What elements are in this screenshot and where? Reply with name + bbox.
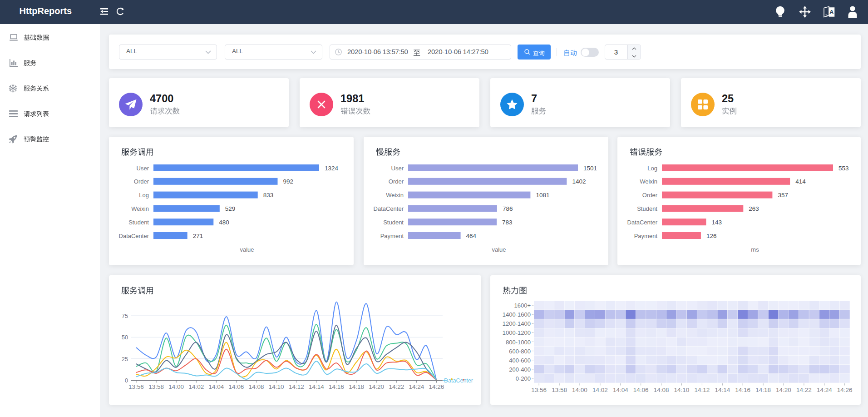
svg-text:Student: Student (637, 205, 657, 212)
svg-text:14:26: 14:26 (837, 387, 853, 393)
svg-text:14:02: 14:02 (188, 383, 204, 390)
svg-text:14:22: 14:22 (796, 387, 812, 393)
svg-text:14:14: 14:14 (715, 387, 730, 393)
svg-text:Order: Order (134, 178, 149, 185)
svg-text:50: 50 (122, 334, 128, 341)
svg-text:14:06: 14:06 (633, 387, 649, 393)
svg-text:14:16: 14:16 (329, 383, 344, 390)
svg-text:A: A (829, 9, 834, 15)
svg-text:Weixin: Weixin (131, 205, 149, 212)
svg-text:User: User (137, 165, 149, 172)
svg-text:833: 833 (263, 192, 274, 199)
svg-text:Payment: Payment (380, 233, 404, 239)
svg-text:480: 480 (219, 219, 229, 226)
svg-text:14:16: 14:16 (735, 387, 750, 393)
svg-text:14:22: 14:22 (389, 383, 404, 390)
svg-text:14:04: 14:04 (209, 383, 224, 390)
svg-text:14:10: 14:10 (674, 387, 690, 393)
svg-text:14:10: 14:10 (269, 383, 284, 390)
svg-text:Payment: Payment (634, 233, 658, 239)
svg-text:25: 25 (122, 356, 128, 362)
svg-text:14:14: 14:14 (309, 383, 324, 390)
svg-text:User: User (391, 165, 404, 172)
svg-text:271: 271 (193, 233, 203, 239)
svg-text:14:20: 14:20 (776, 387, 791, 393)
svg-text:357: 357 (778, 192, 788, 199)
svg-text:DataCenter: DataCenter (119, 233, 149, 239)
svg-text:Student: Student (383, 219, 404, 226)
svg-text:14:24: 14:24 (817, 387, 832, 393)
svg-text:14:00: 14:00 (168, 383, 184, 390)
svg-text:14:12: 14:12 (289, 383, 304, 390)
svg-text:200-400: 200-400 (509, 366, 531, 373)
svg-text:1081: 1081 (536, 192, 549, 199)
svg-text:1501: 1501 (583, 165, 597, 172)
svg-text:Student: Student (128, 219, 149, 226)
svg-text:14:08: 14:08 (249, 383, 264, 390)
svg-text:14:24: 14:24 (409, 383, 424, 390)
svg-text:14:06: 14:06 (229, 383, 244, 390)
svg-text:400-600: 400-600 (509, 357, 531, 364)
svg-text:1324: 1324 (325, 165, 339, 172)
svg-text:value: value (492, 246, 506, 253)
svg-text:Weixin: Weixin (640, 178, 657, 185)
svg-text:1400-1600: 1400-1600 (503, 311, 531, 318)
svg-text:Weixin: Weixin (386, 192, 404, 199)
svg-text:ms: ms (751, 246, 759, 253)
svg-text:13:58: 13:58 (552, 387, 567, 393)
svg-text:783: 783 (502, 219, 513, 226)
svg-text:Order: Order (389, 178, 404, 185)
svg-text:143: 143 (712, 219, 722, 226)
svg-text:1200-1400: 1200-1400 (503, 320, 531, 327)
svg-text:14:18: 14:18 (349, 383, 364, 390)
svg-text:14:26: 14:26 (429, 383, 444, 390)
svg-text:14:04: 14:04 (613, 387, 628, 393)
svg-text:13:56: 13:56 (128, 383, 144, 390)
svg-text:600-800: 600-800 (509, 348, 531, 355)
svg-text:14:00: 14:00 (572, 387, 587, 393)
svg-text:0: 0 (125, 377, 128, 384)
svg-text:Log: Log (139, 192, 149, 199)
svg-text:Log: Log (647, 165, 657, 172)
svg-text:value: value (240, 246, 254, 253)
svg-text:75: 75 (122, 313, 128, 319)
svg-text:1600+: 1600+ (514, 302, 531, 309)
svg-text:992: 992 (283, 178, 294, 185)
svg-text:126: 126 (706, 233, 717, 239)
svg-text:14:18: 14:18 (755, 387, 771, 393)
svg-text:1402: 1402 (572, 178, 586, 185)
svg-text:13:58: 13:58 (148, 383, 164, 390)
svg-text:14:20: 14:20 (369, 383, 384, 390)
svg-text:1000-1200: 1000-1200 (503, 329, 531, 336)
svg-text:13:56: 13:56 (531, 387, 547, 393)
svg-text:14:08: 14:08 (654, 387, 669, 393)
svg-text:529: 529 (225, 205, 236, 212)
svg-text:DataCenter: DataCenter (374, 205, 404, 212)
svg-text:14:12: 14:12 (695, 387, 710, 393)
svg-text:14:02: 14:02 (592, 387, 608, 393)
svg-text:553: 553 (838, 165, 849, 172)
svg-text:DataCenter: DataCenter (627, 219, 658, 226)
svg-text:DataCenter: DataCenter (444, 377, 473, 384)
svg-text:0-200: 0-200 (516, 375, 531, 382)
svg-text:Order: Order (642, 192, 658, 199)
svg-text:464: 464 (466, 233, 477, 239)
svg-text:263: 263 (749, 205, 759, 212)
svg-text:786: 786 (503, 205, 513, 212)
svg-text:414: 414 (795, 178, 806, 185)
svg-text:800-1000: 800-1000 (506, 339, 531, 346)
